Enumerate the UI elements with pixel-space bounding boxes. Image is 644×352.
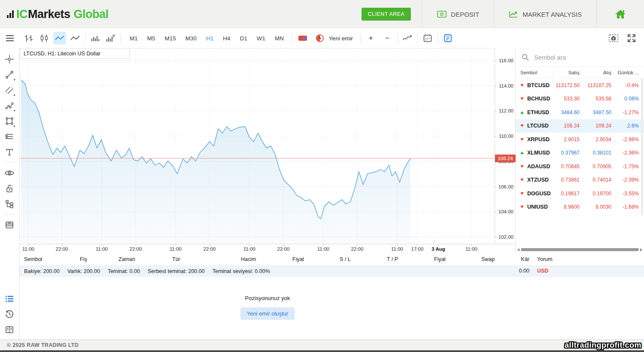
positions-tab-button[interactable] [3,292,16,306]
bar-chart-type-button[interactable] [22,32,35,45]
daily-change: -3.55% [611,191,639,197]
deposit-button[interactable]: DEPOSIT [422,0,494,28]
trendline-tool-button[interactable] [3,68,16,82]
watchlist-col-ask[interactable]: Alış [580,68,611,77]
watchlist-row-xtzusd[interactable]: XTZUSD0.738610.74014-2.39% [516,173,644,187]
price-axis-tick [495,187,497,187]
lock-tool-button[interactable] [3,182,16,195]
area-chart-type-button[interactable] [69,32,82,45]
watchlist-row-dogusd[interactable]: DOGUSD0.196170.19700-3.55% [516,187,644,200]
market-analysis-button[interactable]: MARKET ANALYSIS [494,0,596,28]
timeframe-d1[interactable]: D1 [237,33,251,44]
object-tree-button[interactable] [3,197,16,211]
toolbar-divider [361,33,361,43]
timeframe-m15[interactable]: M15 [161,33,179,44]
watchlist-col-daily[interactable]: Günlük ... [611,68,639,77]
positions-col-sembol[interactable]: Sembol [24,256,42,262]
fibonacci-tool-button[interactable] [3,130,16,143]
positions-col-hacim[interactable]: Hacim [241,256,256,262]
drawing-tools-group [0,52,19,233]
watchlist-col-bid[interactable]: Satış [554,68,580,77]
home-button[interactable] [597,0,644,28]
watchlist-row-btcusd[interactable]: BTCUSD113172.50113187.25-0.4% [516,79,644,92]
watchlist-row-adausd[interactable]: ADAUSD0.706450.70905-1.75% [516,160,644,173]
fullscreen-button[interactable] [625,32,638,45]
shapes-tool-button[interactable] [3,114,16,128]
timeframe-h1[interactable]: H1 [203,33,217,44]
volume-button[interactable] [89,32,102,45]
timeframe-m1[interactable]: M1 [126,33,141,44]
screenshot-button[interactable] [607,32,620,45]
positions-col-t-r[interactable]: Tür [172,256,180,262]
zoom-in-button[interactable]: + [365,33,377,43]
bid-price: 3484.60 [554,109,580,115]
positions-panel: SembolFişZamanTürHacimFiyatS / LT / PFiy… [20,254,644,340]
market-sentiment-button[interactable] [441,32,454,45]
positions-col-t-p[interactable]: T / P [387,256,398,262]
polyline-tool-button[interactable] [3,99,16,112]
tick-volume-icon [106,34,115,42]
rail-divider [4,214,15,215]
price-axis[interactable]: 108.24 116.00114.00112.00110.00108.00106… [495,48,516,244]
new-order-label[interactable]: Yeni emir [329,35,353,42]
scrollbar-thumb[interactable] [521,248,639,251]
visibility-tool-button[interactable] [3,166,16,180]
ask-price: 3487.50 [580,109,611,115]
watchlist-row-uniusd[interactable]: UNIUSD8.96009.0030-1.68% [516,200,644,214]
arrow-down-icon [520,84,524,87]
tick-volume-button[interactable] [104,32,117,45]
symbol-label: XRPUSD [527,137,550,143]
watchlist-row-ethusd[interactable]: ETHUSD3484.603487.50-1.27% [516,106,644,119]
scroll-right-arrow-icon[interactable] [640,248,642,252]
watchlist-vertical-scrollbar[interactable] [641,78,643,215]
watchlist-panel: Sembol Satış Alış Günlük ... BTCUSD11317… [515,48,644,254]
arrow-up-icon [520,152,524,154]
quick-trade-button[interactable] [296,32,309,45]
watchlist-horizontal-scrollbar[interactable] [517,248,642,252]
create-new-order-button[interactable]: Yeni emir oluştur [240,307,295,320]
watchlist-row-xlmusd[interactable]: XLMUSD0.379670.38101-2.36% [516,146,644,160]
chart-plot-area[interactable] [20,48,495,244]
timeframe-m30[interactable]: M30 [182,33,200,44]
timeframe-h4[interactable]: H4 [219,33,234,44]
zoom-out-button[interactable]: − [381,33,394,43]
object-tree-icon [5,200,14,208]
ask-price: 0.74014 [580,177,611,183]
line-chart-type-button[interactable] [53,32,66,45]
price-axis-tick [495,136,497,137]
pending-order-clock-button[interactable] [313,32,326,45]
crosshair-tool-button[interactable] [3,52,16,66]
time-axis[interactable]: 11:0022:0011:0022:0011:0022:0011:0022:00… [20,244,515,255]
watchlist-row-ltcusd[interactable]: LTCUSD108.24109.242.6% [516,119,644,133]
symbol-label: LTCUSD [527,123,549,129]
economic-calendar-button[interactable] [421,32,434,45]
watchlist-row-bchusd[interactable]: BCHUSD533.30535.580.06% [516,92,644,106]
timeframe-mn[interactable]: MN [271,33,287,44]
time-axis-label: 11:00 [170,246,182,252]
positions-col-s-l[interactable]: S / L [340,256,351,262]
positions-col-fiyat[interactable]: Fiyat [292,256,304,262]
history-tab-button[interactable] [3,307,16,321]
journal-tab-button[interactable] [3,323,16,337]
positions-col-zaman[interactable]: Zaman [118,256,135,262]
candlestick-chart-type-button[interactable] [38,32,51,45]
symbol-search-input[interactable] [533,54,621,61]
timeframe-w1[interactable]: W1 [253,33,269,44]
arrow-down-icon [520,124,524,127]
channel-tool-button[interactable] [3,83,16,97]
client-area-button[interactable]: CLIENT AREA [361,8,411,21]
positions-col-fi-[interactable]: Fiş [80,256,87,262]
scroll-left-arrow-icon[interactable] [517,248,519,252]
positions-col-yorum[interactable]: Yorum [537,256,553,262]
chart-templates-button[interactable] [3,218,16,232]
brand-logo[interactable]: IC Markets Global [7,9,109,20]
positions-col-fiyat[interactable]: Fiyat [434,256,446,262]
timeframe-m5[interactable]: M5 [144,33,159,44]
text-tool-button[interactable] [3,145,16,159]
positions-col-k-r[interactable]: Kâr [466,256,529,262]
watchlist-col-symbol[interactable]: Sembol [520,67,554,78]
time-axis-label: 3 Aug [431,246,445,252]
watchlist-row-xrpusd[interactable]: XRPUSD2.90152.9034-2.96% [516,133,644,146]
instruments-menu-button[interactable] [3,32,16,45]
indicators-button[interactable] [401,32,414,45]
